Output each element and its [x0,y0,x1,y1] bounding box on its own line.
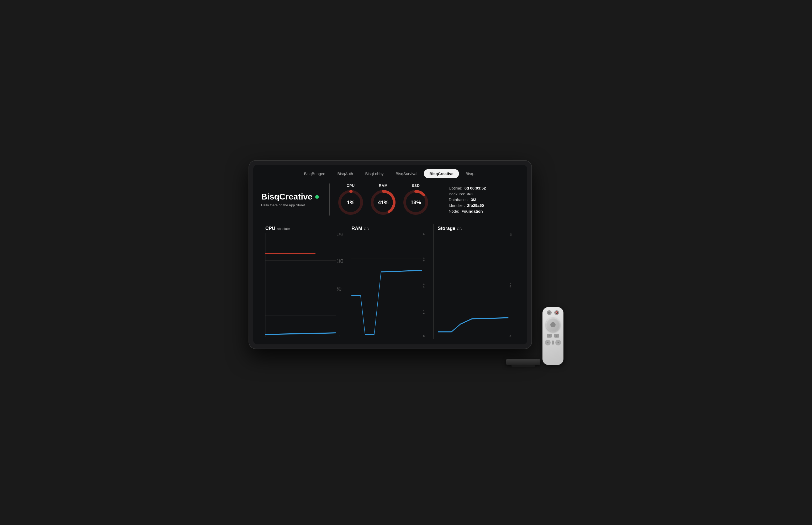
uptime-stat: Uptime: 0d 00:03:52 [449,186,519,190]
cpu-chart-panel: CPU absolute [261,224,347,339]
svg-text:0: 0 [423,334,425,337]
remote-back-button[interactable]: ‹ [547,334,552,338]
remote-tv-button[interactable]: ⊞ [547,310,552,315]
tv-screen: BisqBungee BisqAuth BisqLobby BisqSurviv… [253,165,527,344]
cpu-gauge-value: 1% [347,199,355,206]
ssd-gauge-label: SSD [412,183,420,188]
ram-chart-svg: 4 3 2 1 0 [351,233,429,337]
svg-text:4: 4 [423,233,425,237]
svg-text:5: 5 [509,283,511,289]
ram-gauge-ring: 41% [370,189,396,215]
ssd-gauge-ring: 13% [402,189,429,215]
top-row: BisqCreative Hello there on the App Stor… [261,181,519,221]
cpu-chart-svg: 1,500 1,000 500 0 [265,233,343,337]
remote-center-button[interactable] [550,322,556,327]
cpu-gauge: CPU 1% [337,183,364,215]
identifier-stat: Identifier: 2fb25a50 [449,203,519,208]
ram-chart-wrapper: 4 3 2 1 0 [351,233,429,337]
storage-chart-wrapper: 10 5 0 [438,233,515,337]
charts-area: CPU absolute [261,224,519,339]
server-description: Hello there on the App Store! [261,203,319,207]
remote-vol-buttons: − + [545,340,561,345]
gauges-section: CPU 1% RA [335,183,431,215]
storage-chart-title: Storage GB [438,226,515,231]
tab-bisqs[interactable]: Bisq... [460,169,482,178]
vertical-divider-2 [437,183,437,215]
svg-text:500: 500 [337,286,341,292]
ssd-gauge: SSD 13% [402,183,429,215]
server-name-text: BisqCreative [261,192,312,201]
ram-chart-title: RAM GB [351,226,429,231]
svg-text:1,000: 1,000 [337,258,343,265]
tab-lobby[interactable]: BisqLobby [359,169,389,178]
server-name: BisqCreative [261,192,319,201]
svg-text:0: 0 [509,334,511,337]
tab-bungee[interactable]: BisqBungee [298,169,331,178]
ram-gauge: RAM 41% [370,183,396,215]
ram-gauge-value: 41% [378,199,388,206]
remote-vol-up-button[interactable]: + [555,340,561,345]
storage-chart-svg: 10 5 0 [438,233,515,337]
main-content: BisqCreative Hello there on the App Stor… [253,181,527,344]
tv-bezel: BisqBungee BisqAuth BisqLobby BisqSurviv… [248,160,532,349]
svg-text:0: 0 [339,334,340,337]
vertical-divider-1 [330,183,330,215]
storage-chart-panel: Storage GB [433,224,519,339]
tab-auth[interactable]: BisqAuth [332,169,358,178]
databases-stat: Databases: 3/3 [449,197,519,202]
tab-creative[interactable]: BisqCreative [424,169,459,178]
remote-vol-down-button[interactable]: − [545,340,551,345]
tab-survival[interactable]: BisqSurvival [390,169,423,178]
server-identity: BisqCreative Hello there on the App Stor… [261,192,324,207]
tabs-bar: BisqBungee BisqAuth BisqLobby BisqSurviv… [253,165,527,181]
backups-stat: Backups: 3/3 [449,192,519,196]
node-stat: Node: Foundation [449,209,519,213]
cpu-gauge-label: CPU [347,183,355,188]
svg-text:1,500: 1,500 [337,233,343,237]
ram-gauge-label: RAM [379,183,387,188]
ssd-gauge-value: 13% [411,199,421,206]
apple-tv-box [506,359,540,365]
scene: BisqBungee BisqAuth BisqLobby BisqSurviv… [248,160,564,365]
status-indicator [315,195,319,199]
cpu-chart-title: CPU absolute [265,226,343,231]
cpu-gauge-ring: 1% [337,189,364,215]
remote-top-buttons: ⊞ 🔇 [547,310,559,315]
stats-section: Uptime: 0d 00:03:52 Backups: 3/3 Databas… [443,186,519,213]
remote-trackpad[interactable] [546,318,560,332]
svg-text:1: 1 [423,309,425,315]
svg-text:2: 2 [423,283,425,289]
remote-mute-button[interactable]: 🔇 [554,310,559,315]
svg-text:10: 10 [509,233,512,237]
apple-remote: ⊞ 🔇 ‹ ⌂ − + [542,307,564,365]
svg-text:3: 3 [423,256,425,263]
cpu-chart-wrapper: 1,500 1,000 500 0 [265,233,343,337]
remote-vol-slider [552,341,554,345]
remote-mid-buttons: ‹ ⌂ [547,334,559,338]
ram-chart-panel: RAM GB [347,224,433,339]
remote-home-button[interactable]: ⌂ [554,334,559,338]
